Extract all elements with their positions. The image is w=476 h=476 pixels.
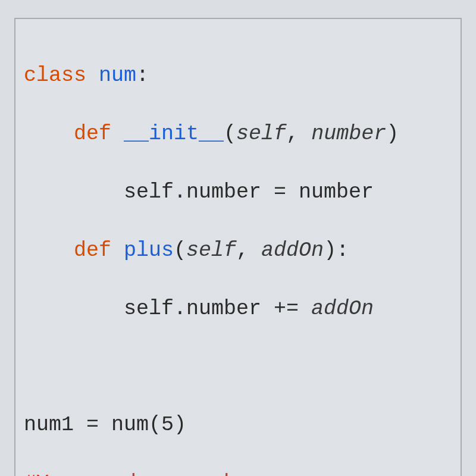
instantiate: num1 = num(5) xyxy=(24,413,186,437)
code-block: class num: def __init__(self, number) se… xyxy=(14,18,462,476)
paren-open: ( xyxy=(224,122,236,146)
indent xyxy=(24,297,124,321)
param-self: self xyxy=(236,122,286,146)
comma: , xyxy=(236,239,261,262)
body: self.number = number xyxy=(124,180,374,204)
code-line-3: self.number = number xyxy=(24,178,452,207)
body-a: self.number += xyxy=(124,297,311,321)
body-addon: addOn xyxy=(311,297,374,321)
blank-line xyxy=(24,353,452,381)
param-addon: addOn xyxy=(261,239,324,262)
keyword-class: class xyxy=(24,64,86,87)
class-name: num xyxy=(99,64,136,87)
code-line-8: #Your code goes here xyxy=(24,469,452,476)
comma: , xyxy=(286,122,311,146)
colon: : xyxy=(136,64,149,87)
function-name-init: __init__ xyxy=(124,122,224,146)
code-line-1: class num: xyxy=(24,61,452,90)
paren-open: ( xyxy=(174,239,186,262)
param-number: number xyxy=(311,122,386,146)
paren-close-colon: ): xyxy=(324,239,349,262)
keyword-def: def xyxy=(74,122,111,146)
indent xyxy=(24,122,74,146)
function-name-plus: plus xyxy=(124,239,174,262)
comment-placeholder: #Your code goes here xyxy=(24,471,274,476)
keyword-def: def xyxy=(74,239,111,262)
param-self: self xyxy=(186,239,236,262)
code-line-7: num1 = num(5) xyxy=(24,411,452,440)
code-line-2: def __init__(self, number) xyxy=(24,120,452,149)
code-line-4: def plus(self, addOn): xyxy=(24,236,452,265)
paren-close: ) xyxy=(386,122,399,146)
code-line-5: self.number += addOn xyxy=(24,295,452,324)
indent xyxy=(24,180,124,204)
indent xyxy=(24,239,74,262)
